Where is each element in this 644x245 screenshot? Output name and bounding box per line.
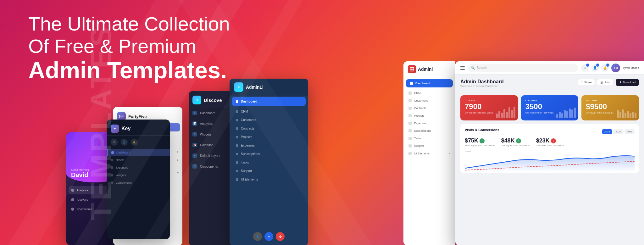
year-tab-2022[interactable]: 2022 [613, 129, 623, 134]
search-placeholder: Search [477, 66, 487, 70]
admini-sb-nav-icon [410, 82, 413, 85]
metric-sub-23k: 3% lower than last month. [536, 144, 565, 147]
adminli-nav-support[interactable]: Support [230, 167, 308, 175]
admini-sb-nav-icon [408, 129, 412, 132]
admini-sb-nav-projects[interactable]: Projects [403, 112, 455, 120]
headline-block: The Ultimate Collection Of Free & Premiu… [28, 13, 230, 83]
trend-up-icon: ↑ [516, 138, 521, 143]
disc-nav-icon: ⊡ [192, 132, 197, 136]
discover-title: Discove [204, 97, 222, 103]
download-button[interactable]: ⬇ Download [616, 79, 639, 86]
print-icon: 🖨 [600, 81, 603, 84]
panel-adminli: ✦ AdminLi Dashboard CRM Customers Contra… [230, 79, 308, 245]
adminli-settings-icon[interactable]: ⚙ [264, 232, 273, 241]
admini-sb-nav-contracts[interactable]: Contracts [403, 104, 455, 112]
user-avatar[interactable]: TM [611, 64, 620, 72]
adminli-nav-crm[interactable]: CRM [230, 107, 308, 116]
adminli-title: AdminLi [246, 85, 264, 90]
headline-line1: The Ultimate Collection [28, 13, 230, 35]
adminli-nav-contracts[interactable]: Contracts [230, 124, 308, 133]
admini-content: Admin Dashboard Welcome to Admini Dashbo… [455, 75, 644, 177]
hamburger-menu[interactable] [460, 66, 465, 70]
adminli-header: ✦ AdminLi [230, 79, 308, 96]
visits-metrics: $75K ↑ 18% higher than last month. $48K … [465, 137, 635, 147]
adminli-nav-tasks[interactable]: Tasks [230, 158, 308, 167]
headline-line3: Admin Templates. [28, 58, 230, 83]
key-title: Key [121, 126, 130, 131]
fortyfive-logo-text: FortyFive [128, 114, 147, 119]
adminli-nav-dot [236, 178, 238, 181]
adminli-nav-dot [236, 144, 238, 147]
admini-sb-nav-icon [408, 107, 412, 110]
adminli-nav-dot [236, 127, 238, 130]
adminli-nav-dot [236, 136, 238, 138]
admini-sb-nav-icon [408, 92, 412, 95]
admini-sb-nav-expenses[interactable]: Expenses [403, 120, 455, 127]
admini-sb-nav-ui-elements[interactable]: UI Elements ▶ [403, 150, 455, 157]
admini-sb-nav-support[interactable]: Support [403, 142, 455, 150]
stat-card-orders: Orders 3500 5% higher than last week. [521, 95, 579, 120]
user-icon-btn[interactable]: 👤 4 [591, 64, 599, 72]
adminli-nav-projects[interactable]: Projects [230, 133, 308, 141]
stat-label-orders: Orders [525, 99, 574, 102]
adminli-user-icon[interactable]: 👤 [253, 232, 262, 241]
admini-search-bar[interactable]: 🔍 Search [468, 64, 578, 72]
user-badge: 4 [596, 64, 599, 67]
year-tabs: 2023 2022 2021 [602, 129, 635, 134]
disc-nav-icon: 📊 [192, 121, 197, 126]
trend-up-icon: ↑ [480, 138, 485, 143]
filter-icon-btn[interactable]: ⊞ 4 [581, 64, 589, 72]
admini-sb-nav-crm[interactable]: CRM [403, 89, 455, 97]
panel-admini-sidebar: Admini Dashboard CRM Customers Contracts… [403, 61, 455, 245]
adminli-nav-customers[interactable]: Customers [230, 116, 308, 124]
admini-sb-nav-dashboard[interactable]: Dashboard [406, 79, 453, 87]
adminli-nav-expenses[interactable]: Expenses [230, 141, 308, 150]
metric-sub-75k: 18% higher than last month. [465, 144, 496, 147]
key-user-icon[interactable]: 👤 [121, 139, 128, 146]
stats-cards: Clicks 7900 9% higher than last week. Or… [460, 95, 639, 120]
year-tab-2021[interactable]: 2021 [625, 129, 635, 134]
adminli-nav-dot [236, 161, 238, 164]
adminli-nav-dot [236, 110, 238, 113]
adminli-logout-icon[interactable]: ⏻ [276, 232, 285, 241]
stat-label-income: Income [586, 99, 635, 102]
bell-icon-btn[interactable]: 🔔 4 [601, 64, 609, 72]
key-bell-icon[interactable]: 🔔 [131, 139, 138, 146]
disc-nav-icon: ⊞ [192, 153, 197, 158]
disc-nav-icon: ⊞ [192, 111, 197, 115]
admini-sb-nav-icon [408, 114, 412, 117]
year-tab-2023[interactable]: 2023 [602, 129, 612, 134]
print-button[interactable]: 🖨 Print [597, 79, 614, 86]
download-icon: ⬇ [619, 81, 622, 84]
admini-sb-nav-subscriptions[interactable]: Subscriptions [403, 127, 455, 135]
page-title: Admin Dashboard [460, 79, 504, 85]
admini-topbar: 🔍 Search ⊞ 4 👤 4 🔔 4 TM Tyron Moses [455, 61, 644, 75]
admini-sb-nav-tasks[interactable]: Tasks [403, 135, 455, 142]
action-buttons: ⤴ Share 🖨 Print ⬇ Download [578, 79, 639, 86]
filter-badge: 4 [586, 64, 589, 67]
nav-icon [71, 189, 74, 192]
adminli-nav-dashboard[interactable]: Dashboard [232, 97, 306, 106]
panel-admini-main: 🔍 Search ⊞ 4 👤 4 🔔 4 TM Tyron Moses Adm [455, 61, 644, 245]
metric-value-75k: $75K [465, 137, 478, 144]
metric-value-23k: $23K [536, 137, 550, 144]
admini-sb-nav-customers[interactable]: Customers [403, 97, 455, 104]
admini-sb-nav-icon [408, 137, 412, 140]
topbar-icons: ⊞ 4 👤 4 🔔 4 TM Tyron Moses [581, 64, 639, 72]
chart-label: 120000 [465, 150, 635, 153]
adminli-nav-dot [236, 170, 238, 172]
admini-sb-nav-icon [408, 122, 412, 125]
nav-icon [71, 198, 74, 201]
visits-chart: 120000 [465, 150, 635, 169]
share-button[interactable]: ⤴ Share [578, 79, 595, 86]
adminli-nav-subscriptions[interactable]: Subscriptions [230, 150, 308, 158]
chevron-icon: ▶ [177, 159, 179, 161]
adminli-nav-ui-elements[interactable]: UI Elements [230, 175, 308, 184]
disc-nav-icon: 📅 [192, 143, 197, 147]
stat-card-clicks: Clicks 7900 9% higher than last week. [460, 95, 518, 120]
trend-down-icon: ↓ [551, 138, 556, 143]
adminli-logo: ✦ [234, 82, 243, 92]
share-icon: ⤴ [581, 81, 583, 84]
admini-sb-nav-icon [408, 99, 412, 102]
metric-75k: $75K ↑ 18% higher than last month. [465, 137, 496, 147]
